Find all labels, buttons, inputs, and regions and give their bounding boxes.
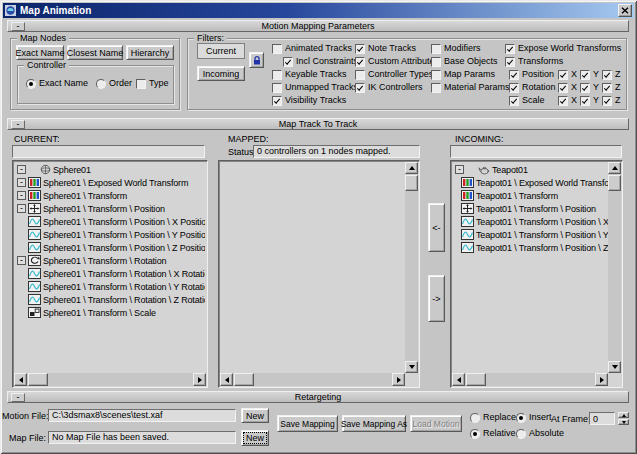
radio-insert[interactable]: Insert [516, 412, 552, 423]
scroll-up-button[interactable] [608, 162, 621, 174]
checkbox-position[interactable]: Position [509, 69, 555, 80]
checkbox-material-params[interactable]: Material Params [431, 81, 510, 94]
checkbox-note-tracks[interactable]: Note Tracks [355, 42, 439, 55]
collapse-button[interactable]: - [11, 120, 25, 129]
tree-item[interactable]: -Sphere01 \ Transform [15, 189, 205, 202]
checkbox-x[interactable]: X [558, 69, 577, 80]
expand-toggle[interactable]: - [455, 165, 464, 174]
checkbox-x[interactable]: X [558, 95, 577, 106]
motion-file-field[interactable]: C:\3dsmax8\scenes\test.xaf [48, 409, 236, 422]
tree-item[interactable]: Sphere01 \ Transform \ Position \ X Posi… [15, 215, 205, 228]
scroll-down-button[interactable] [608, 361, 621, 373]
tree-item[interactable]: Sphere01 \ Transform \ Rotation \ Y Rota… [15, 280, 205, 293]
checkbox-unmapped-tracks[interactable]: Unmapped Tracks [272, 81, 358, 94]
checkbox-rotation[interactable]: Rotation [509, 82, 555, 93]
new-motion-file-button[interactable]: New [241, 408, 269, 423]
expand-toggle[interactable]: - [17, 204, 26, 213]
tree-item[interactable]: Sphere01 \ Transform \ Rotation \ Z Rota… [15, 293, 205, 306]
checkbox-ik-controllers[interactable]: IK Controllers [355, 81, 439, 94]
checkbox-map-params[interactable]: Map Params [431, 68, 510, 81]
checkbox-scale[interactable]: Scale [509, 95, 555, 106]
scroll-right-button[interactable] [595, 373, 608, 386]
tree-item[interactable]: Teapot01 \ Transform \ Position [453, 202, 620, 215]
rollout-header-map-track-to-track[interactable]: - Map Track To Track [7, 118, 629, 130]
tree-item[interactable]: Teapot01 \ Transform \ Position \ Y Posi… [453, 228, 620, 241]
at-frame-field[interactable] [589, 412, 615, 425]
scroll-up-button[interactable] [405, 162, 418, 174]
hierarchy-button[interactable]: Hierarchy [126, 45, 174, 60]
scroll-thumb[interactable] [28, 373, 48, 386]
checkbox-z[interactable]: Z [602, 95, 621, 106]
checkbox-transforms[interactable]: Transforms [505, 55, 621, 68]
current-horizontal-scrollbar[interactable] [14, 373, 206, 386]
radio-exact-name[interactable]: Exact Name [26, 78, 88, 89]
spinner-down-button[interactable] [618, 419, 629, 425]
save-mapping-as-button[interactable]: Save Mapping As [342, 415, 406, 432]
title-bar[interactable]: Map Animation [3, 3, 634, 18]
radio-order[interactable]: Order [96, 78, 132, 89]
rollout-header-retargeting[interactable]: - Retargeting [7, 391, 629, 403]
tree-item[interactable]: -Teapot01 [453, 163, 620, 176]
checkbox-z[interactable]: Z [602, 69, 621, 80]
scroll-down-button[interactable] [405, 361, 418, 373]
incoming-vertical-scrollbar[interactable] [608, 162, 621, 373]
tree-item[interactable]: Teapot01 \ Exposed World Transform [453, 176, 620, 189]
current-search-input[interactable] [12, 145, 205, 158]
scroll-thumb[interactable] [405, 175, 418, 191]
incoming-search-input[interactable] [450, 145, 622, 158]
checkbox-custom-attributes[interactable]: Custom Attributes [355, 55, 439, 68]
radio-relative[interactable]: Relative [470, 428, 516, 439]
tree-item[interactable]: Teapot01 \ Transform \ Position \ X Posi… [453, 215, 620, 228]
map-track-left-button[interactable]: <- [428, 203, 445, 252]
map-file-field[interactable]: No Map File has been saved. [48, 431, 236, 444]
save-mapping-button[interactable]: Save Mapping [277, 415, 338, 432]
checkbox-incl-constraints[interactable]: Incl Constraints [283, 55, 358, 68]
close-button[interactable] [618, 4, 632, 17]
checkbox-modifiers[interactable]: Modifiers [431, 42, 510, 55]
checkbox-y[interactable]: Y [580, 69, 599, 80]
radio-replace[interactable]: Replace [470, 412, 516, 423]
checkbox-z[interactable]: Z [602, 82, 621, 93]
tree-item[interactable]: Teapot01 \ Transform [453, 189, 620, 202]
checkbox-y[interactable]: Y [580, 95, 599, 106]
scroll-thumb[interactable] [466, 373, 486, 386]
scroll-right-button[interactable] [193, 373, 206, 386]
tree-item[interactable]: Sphere01 \ Transform \ Position \ Z Posi… [15, 241, 205, 254]
radio-absolute[interactable]: Absolute [516, 428, 564, 439]
current-filter-button[interactable]: Current [197, 43, 245, 59]
checkbox-base-objects[interactable]: Base Objects [431, 55, 510, 68]
tree-item[interactable]: -Sphere01 \ Transform \ Position [15, 202, 205, 215]
scroll-right-button[interactable] [392, 373, 405, 386]
expand-toggle[interactable]: - [17, 191, 26, 200]
new-map-file-button[interactable]: New [241, 430, 269, 446]
collapse-button[interactable]: - [11, 393, 25, 402]
tree-item[interactable]: -Sphere01 [15, 163, 205, 176]
tree-item[interactable]: -Sphere01 \ Exposed World Transform [15, 176, 205, 189]
tree-item[interactable]: Sphere01 \ Transform \ Scale [15, 306, 205, 319]
checkbox-y[interactable]: Y [580, 82, 599, 93]
checkbox-visibility-tracks[interactable]: Visibility Tracks [272, 94, 358, 107]
tree-item[interactable]: Sphere01 \ Transform \ Rotation \ X Rota… [15, 267, 205, 280]
load-motion-button[interactable]: Load Motion [410, 415, 462, 432]
lock-button[interactable] [249, 52, 264, 68]
mapped-horizontal-scrollbar[interactable] [220, 373, 405, 386]
expand-toggle[interactable]: - [17, 256, 26, 265]
scroll-thumb[interactable] [608, 175, 621, 191]
tree-item[interactable]: -Sphere01 \ Transform \ Rotation [15, 254, 205, 267]
checkbox-keyable-tracks[interactable]: Keyable Tracks [272, 68, 358, 81]
scroll-thumb[interactable] [234, 373, 254, 386]
map-track-right-button[interactable]: -> [428, 275, 445, 322]
mapped-vertical-scrollbar[interactable] [405, 162, 418, 373]
checkbox-controller-types[interactable]: Controller Types [355, 68, 439, 81]
checkbox-x[interactable]: X [558, 82, 577, 93]
collapse-button[interactable]: - [11, 22, 25, 31]
expand-toggle[interactable]: - [17, 165, 26, 174]
rollout-header-motion-mapping-parameters[interactable]: - Motion Mapping Parameters [7, 20, 629, 32]
checkbox-type[interactable]: Type [136, 78, 169, 89]
closest-name-button[interactable]: Closest Name [67, 45, 123, 60]
incoming-horizontal-scrollbar[interactable] [452, 373, 608, 386]
scroll-left-button[interactable] [14, 373, 27, 386]
tree-item[interactable]: Sphere01 \ Transform \ Position \ Y Posi… [15, 228, 205, 241]
scroll-left-button[interactable] [220, 373, 233, 386]
tree-item[interactable]: Teapot01 \ Transform \ Position \ Z Posi… [453, 241, 620, 254]
